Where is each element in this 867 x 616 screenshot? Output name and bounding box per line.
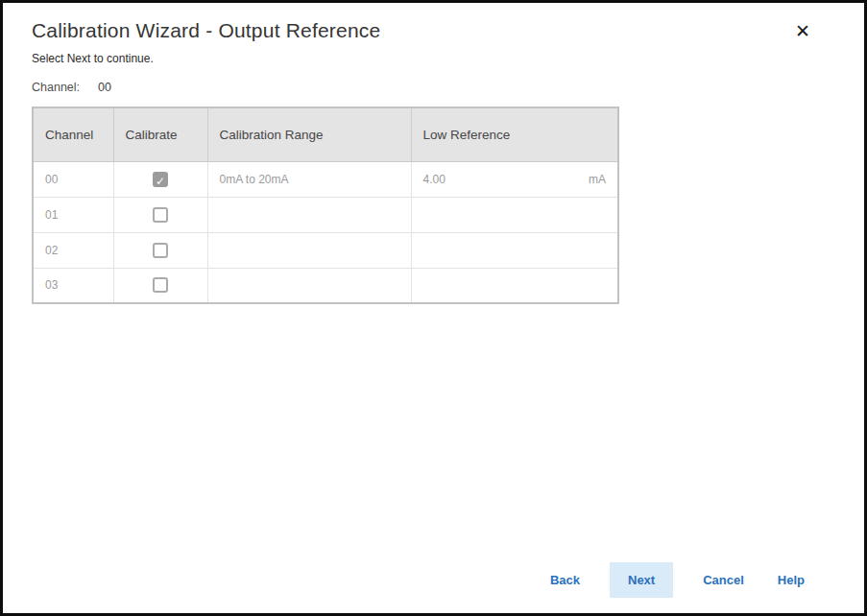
low-reference-cell[interactable]: [411, 268, 618, 303]
table-header: Channel Calibrate Calibration Range Low …: [33, 107, 618, 161]
column-header-calibration-range: Calibration Range: [207, 107, 411, 161]
channel-label: Channel:: [32, 81, 80, 94]
low-reference-cell[interactable]: [411, 197, 618, 232]
calibration-wizard-dialog: Calibration Wizard - Output Reference ✕ …: [0, 0, 867, 616]
calibration-range-cell: 0mA to 20mA: [207, 161, 411, 197]
channel-cell: 00: [33, 161, 113, 197]
channel-line: Channel:00: [32, 81, 864, 94]
calibration-table: Channel Calibrate Calibration Range Low …: [32, 107, 619, 304]
table-row: 02: [33, 232, 618, 268]
low-reference-unit: mA: [589, 173, 606, 186]
calibration-range-cell: [207, 268, 411, 303]
dialog-header: Calibration Wizard - Output Reference ✕: [3, 3, 864, 43]
checkbox-unchecked-icon[interactable]: [153, 207, 168, 223]
calibrate-cell: [113, 161, 207, 197]
footer-button-bar: Back Next Cancel Help: [546, 562, 808, 598]
instruction-text: Select Next to continue.: [32, 52, 864, 65]
table-row: 03: [33, 268, 618, 303]
low-reference-value: 4.00: [423, 173, 446, 186]
channel-cell: 02: [33, 232, 113, 268]
back-button[interactable]: Back: [546, 563, 584, 597]
column-header-channel: Channel: [33, 107, 113, 161]
calibration-range-cell: [207, 232, 411, 268]
table-body: 000mA to 20mA4.00mA010203: [33, 161, 618, 303]
calibrate-cell: [113, 197, 207, 232]
cancel-button[interactable]: Cancel: [699, 563, 748, 597]
table-row: 000mA to 20mA4.00mA: [33, 161, 618, 197]
low-reference-cell[interactable]: 4.00mA: [411, 161, 618, 197]
column-header-low-reference: Low Reference: [411, 107, 618, 161]
help-button[interactable]: Help: [774, 563, 808, 597]
calibration-range-cell: [207, 197, 411, 232]
calibrate-cell: [113, 268, 207, 303]
calibrate-cell: [113, 232, 207, 268]
low-reference-cell[interactable]: [411, 232, 618, 268]
checkbox-unchecked-icon[interactable]: [153, 277, 168, 293]
table-row: 01: [33, 197, 618, 232]
checkbox-unchecked-icon[interactable]: [153, 243, 168, 258]
channel-cell: 03: [33, 268, 113, 303]
channel-value: 00: [98, 81, 111, 94]
column-header-calibrate: Calibrate: [113, 107, 207, 161]
close-icon[interactable]: ✕: [789, 19, 816, 43]
dialog-title: Calibration Wizard - Output Reference: [32, 19, 380, 42]
checkbox-checked-icon[interactable]: [153, 172, 168, 187]
channel-cell: 01: [33, 197, 113, 232]
next-button[interactable]: Next: [610, 562, 673, 598]
